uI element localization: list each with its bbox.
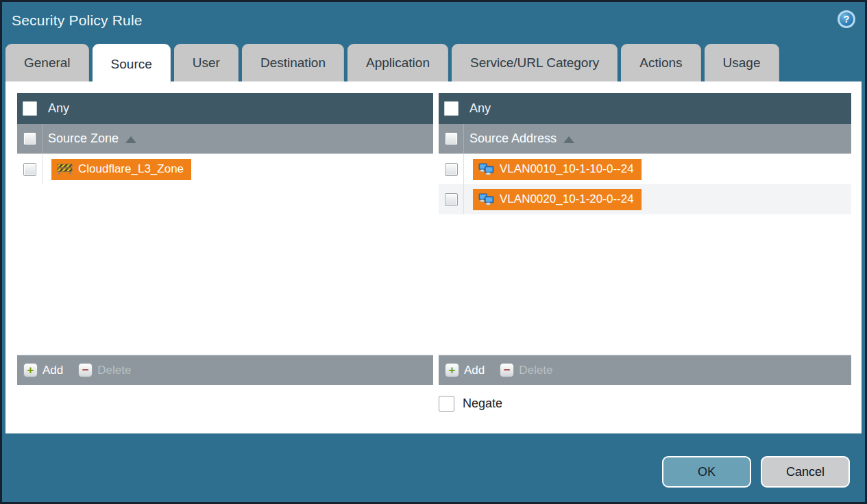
source-zone-column-label: Source Zone bbox=[48, 131, 119, 146]
source-zone-add-button[interactable]: + Add bbox=[23, 363, 63, 377]
row-checkbox[interactable] bbox=[445, 163, 458, 176]
dialog-buttons: OK Cancel bbox=[662, 456, 850, 488]
negate-label: Negate bbox=[463, 396, 502, 411]
panels-container: Any Source Zone Cloudflare_L3_Zone + Add bbox=[17, 93, 851, 385]
tab-general[interactable]: General bbox=[5, 44, 89, 81]
sort-ascending-icon bbox=[125, 136, 136, 143]
tab-bar: GeneralSourceUserDestinationApplicationS… bbox=[5, 44, 779, 81]
negate-checkbox[interactable] bbox=[439, 396, 454, 412]
object-label: Cloudflare_L3_Zone bbox=[78, 162, 184, 176]
source-zone-panel: Any Source Zone Cloudflare_L3_Zone + Add bbox=[17, 93, 433, 385]
object-chip[interactable]: VLAN0020_10-1-20-0--24 bbox=[473, 189, 642, 210]
dialog-titlebar: Security Policy Rule ? bbox=[2, 2, 865, 44]
ok-button[interactable]: OK bbox=[662, 456, 751, 488]
tab-application[interactable]: Application bbox=[347, 44, 448, 81]
object-chip[interactable]: Cloudflare_L3_Zone bbox=[51, 159, 191, 180]
source-address-column-label: Source Address bbox=[469, 131, 557, 146]
row-checkbox-cell bbox=[17, 154, 42, 184]
source-zone-column-header[interactable]: Source Zone bbox=[17, 124, 433, 154]
tab-destination[interactable]: Destination bbox=[242, 44, 344, 81]
security-policy-rule-dialog: Security Policy Rule ? GeneralSourceUser… bbox=[0, 0, 867, 504]
object-chip[interactable]: VLAN0010_10-1-10-0--24 bbox=[473, 159, 642, 180]
source-zone-toolbar: + Add − Delete bbox=[17, 355, 433, 385]
object-label: VLAN0020_10-1-20-0--24 bbox=[500, 192, 634, 206]
delete-label: Delete bbox=[519, 364, 552, 377]
sort-ascending-icon bbox=[563, 136, 574, 143]
row-checkbox-cell bbox=[439, 184, 464, 214]
source-address-delete-button[interactable]: − Delete bbox=[500, 363, 552, 377]
help-icon[interactable]: ? bbox=[838, 10, 855, 28]
address-icon bbox=[478, 193, 494, 205]
source-address-toolbar: + Add − Delete bbox=[439, 355, 851, 385]
source-zone-delete-button[interactable]: − Delete bbox=[78, 363, 131, 377]
list-item[interactable]: VLAN0010_10-1-10-0--24 bbox=[439, 154, 851, 184]
add-label: Add bbox=[464, 364, 485, 377]
delete-label: Delete bbox=[97, 364, 131, 377]
list-item[interactable]: VLAN0020_10-1-20-0--24 bbox=[439, 184, 851, 214]
source-address-any-label: Any bbox=[469, 101, 491, 116]
row-checkbox-cell bbox=[439, 154, 464, 184]
delete-icon: − bbox=[78, 363, 93, 377]
tab-service-url-category[interactable]: Service/URL Category bbox=[452, 44, 618, 81]
source-zone-any-header: Any bbox=[17, 93, 433, 124]
object-label: VLAN0010_10-1-10-0--24 bbox=[500, 162, 634, 176]
source-address-select-all-checkbox[interactable] bbox=[445, 132, 458, 145]
source-address-any-header: Any bbox=[439, 93, 851, 124]
source-address-add-button[interactable]: + Add bbox=[445, 363, 485, 377]
list-item[interactable]: Cloudflare_L3_Zone bbox=[17, 154, 433, 184]
source-zone-select-all-checkbox[interactable] bbox=[23, 132, 36, 145]
cancel-button[interactable]: Cancel bbox=[761, 456, 850, 488]
negate-row: Negate bbox=[439, 396, 502, 412]
row-checkbox[interactable] bbox=[445, 193, 458, 206]
row-checkbox[interactable] bbox=[23, 163, 36, 176]
source-zone-any-checkbox[interactable] bbox=[23, 101, 37, 116]
source-address-list: VLAN0010_10-1-10-0--24VLAN0020_10-1-20-0… bbox=[439, 154, 851, 355]
tab-source[interactable]: Source bbox=[93, 44, 171, 84]
tab-user[interactable]: User bbox=[174, 44, 239, 81]
add-icon: + bbox=[23, 363, 38, 377]
source-zone-any-label: Any bbox=[48, 101, 69, 116]
source-zone-list: Cloudflare_L3_Zone bbox=[17, 154, 433, 355]
source-address-any-checkbox[interactable] bbox=[444, 101, 459, 116]
dialog-title: Security Policy Rule bbox=[12, 12, 143, 29]
tab-actions[interactable]: Actions bbox=[621, 44, 700, 81]
add-icon: + bbox=[445, 363, 459, 377]
source-address-column-header[interactable]: Source Address bbox=[439, 124, 851, 154]
tab-content-source: Any Source Zone Cloudflare_L3_Zone + Add bbox=[5, 81, 862, 433]
source-address-panel: Any Source Address VLAN0010_10-1-10-0--2… bbox=[439, 93, 851, 385]
delete-icon: − bbox=[500, 363, 514, 377]
tab-usage[interactable]: Usage bbox=[705, 44, 779, 81]
add-label: Add bbox=[42, 364, 63, 377]
address-icon bbox=[478, 163, 494, 175]
zone-icon bbox=[57, 164, 73, 175]
